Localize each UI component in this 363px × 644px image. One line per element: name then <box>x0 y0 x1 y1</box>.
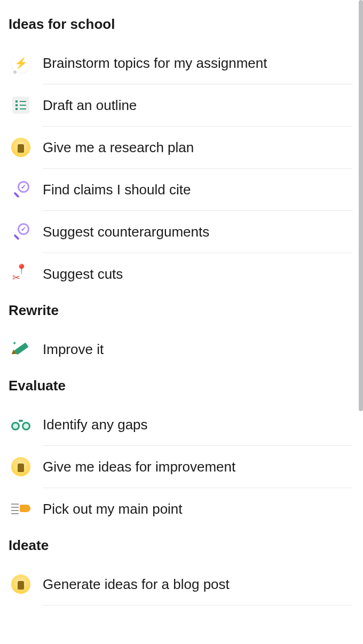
list-item-brainstorm[interactable]: Brainstorm topics for my assignment <box>9 42 352 84</box>
list-item-label: Identify any gaps <box>43 406 352 444</box>
section-ideas-for-school: Ideas for school Brainstorm topics for m… <box>9 16 352 295</box>
lightbulb-icon <box>11 457 31 477</box>
list-item-suggest-cuts[interactable]: Suggest cuts <box>9 253 352 295</box>
section-evaluate: Evaluate Identify any gaps Give me ideas… <box>9 378 352 530</box>
section-header: Ideas for school <box>9 16 352 33</box>
binoculars-icon <box>11 414 31 435</box>
list-item-label: Brainstorm topics for my assignment <box>43 44 352 82</box>
magic-pen-icon: ✦ <box>11 339 31 359</box>
list-item-label: Give me a research plan <box>43 129 352 167</box>
lightning-icon <box>11 53 31 73</box>
point-icon <box>11 499 31 519</box>
section-ideate: Ideate Generate ideas for a blog post <box>9 537 352 606</box>
lightbulb-icon <box>11 574 31 594</box>
list-item-label: Pick out my main point <box>43 490 352 528</box>
section-rewrite: Rewrite ✦ Improve it <box>9 302 352 370</box>
list-item-blog-post[interactable]: Generate ideas for a blog post <box>9 563 352 605</box>
list-item-ideas-improvement[interactable]: Give me ideas for improvement <box>9 446 352 488</box>
list-item-label: Find claims I should cite <box>43 171 352 209</box>
magnify-check-icon <box>11 179 31 200</box>
list-item-label: Suggest cuts <box>43 255 352 293</box>
section-header: Evaluate <box>9 378 352 394</box>
list-item-find-claims[interactable]: Find claims I should cite <box>9 169 352 210</box>
suggestions-panel: Ideas for school Brainstorm topics for m… <box>0 0 363 606</box>
lightbulb-icon <box>11 137 31 158</box>
list-item-draft-outline[interactable]: Draft an outline <box>9 84 352 126</box>
list-item-label: Generate ideas for a blog post <box>43 566 352 603</box>
list-item-label: Improve it <box>43 331 352 368</box>
scissors-pin-icon <box>11 264 31 284</box>
list-item-label: Suggest counterarguments <box>43 213 352 251</box>
section-header: Rewrite <box>9 302 352 319</box>
scrollbar[interactable] <box>359 0 363 411</box>
list-item-research-plan[interactable]: Give me a research plan <box>9 127 352 168</box>
section-header: Ideate <box>9 537 352 554</box>
list-item-label: Draft an outline <box>43 87 352 124</box>
magnify-check-icon <box>11 222 31 242</box>
outline-icon <box>11 95 31 115</box>
list-item-identify-gaps[interactable]: Identify any gaps <box>9 404 352 445</box>
list-item-improve-it[interactable]: ✦ Improve it <box>9 328 352 370</box>
list-item-main-point[interactable]: Pick out my main point <box>9 488 352 530</box>
list-item-label: Give me ideas for improvement <box>43 448 352 486</box>
list-item-counterarguments[interactable]: Suggest counterarguments <box>9 211 352 253</box>
